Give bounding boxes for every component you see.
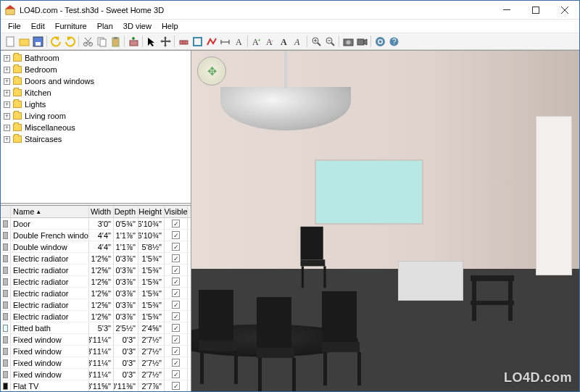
- row-visible[interactable]: [165, 357, 188, 368]
- row-visible[interactable]: [165, 346, 188, 356]
- row-visible[interactable]: [165, 241, 188, 252]
- pan-icon[interactable]: [159, 35, 172, 48]
- italic-icon[interactable]: A: [291, 35, 304, 48]
- table-row[interactable]: Fixed window3'11¼"0'3"2'7½": [1, 357, 191, 369]
- row-visible[interactable]: [165, 369, 188, 380]
- col-name-header[interactable]: Name▲: [11, 206, 89, 217]
- visibility-checkbox[interactable]: [172, 312, 180, 320]
- row-visible[interactable]: [165, 311, 188, 322]
- view-navigation-gizmo[interactable]: ✥: [197, 57, 226, 86]
- visibility-checkbox[interactable]: [172, 231, 180, 239]
- visibility-checkbox[interactable]: [172, 324, 180, 332]
- col-depth-header[interactable]: Depth: [114, 206, 138, 217]
- catalog-category-living-room[interactable]: +Living room: [4, 110, 191, 122]
- table-row[interactable]: Electric radiator1'2⅝"0'3⅞"1'5¾": [1, 311, 191, 322]
- zoom-out-icon[interactable]: [323, 35, 336, 48]
- create-video-icon[interactable]: [355, 35, 368, 48]
- visibility-checkbox[interactable]: [172, 301, 180, 309]
- table-row[interactable]: Fitted bath5'3"2'5½"2'4⅝": [1, 322, 191, 334]
- menu-help[interactable]: Help: [157, 20, 183, 32]
- catalog-category-bathroom[interactable]: +Bathroom: [4, 52, 191, 64]
- create-rooms-icon[interactable]: [191, 35, 204, 48]
- expand-icon[interactable]: +: [4, 113, 10, 120]
- create-polylines-icon[interactable]: [204, 35, 218, 48]
- visibility-checkbox[interactable]: [172, 243, 180, 251]
- help-icon[interactable]: ?: [387, 35, 400, 48]
- table-row[interactable]: Electric radiator1'2⅝"0'3⅞"1'5¾": [1, 253, 191, 264]
- save-icon[interactable]: [31, 35, 44, 48]
- furniture-catalog[interactable]: +Bathroom+Bedroom+Doors and windows+Kitc…: [1, 51, 191, 203]
- row-visible[interactable]: [165, 299, 188, 310]
- catalog-category-miscellaneous[interactable]: +Miscellaneous: [4, 122, 191, 133]
- minimize-button[interactable]: [492, 1, 521, 20]
- bold-icon[interactable]: A: [278, 35, 291, 48]
- take-photo-icon[interactable]: [341, 35, 355, 48]
- 3d-view[interactable]: ✥ LO4D.com: [191, 51, 579, 391]
- expand-icon[interactable]: +: [4, 90, 10, 96]
- maximize-button[interactable]: [521, 1, 550, 20]
- table-row[interactable]: Electric radiator1'2⅝"0'3⅞"1'5¾": [1, 264, 191, 276]
- col-icon-header[interactable]: [1, 206, 11, 217]
- table-row[interactable]: Fixed window3'11¼"0'3"2'7½": [1, 334, 191, 346]
- create-walls-icon[interactable]: [177, 35, 190, 48]
- catalog-category-kitchen[interactable]: +Kitchen: [4, 87, 191, 99]
- col-visible-header[interactable]: Visible: [165, 206, 188, 217]
- add-furniture-icon[interactable]: [127, 35, 140, 48]
- expand-icon[interactable]: +: [4, 67, 10, 73]
- col-height-header[interactable]: Height: [138, 206, 165, 217]
- paste-icon[interactable]: [109, 35, 122, 48]
- row-visible[interactable]: [165, 334, 188, 345]
- row-visible[interactable]: [165, 253, 188, 264]
- furniture-list[interactable]: Name▲ Width Depth Height Visible Door3'0…: [1, 206, 191, 391]
- menu-3d-view[interactable]: 3D view: [119, 20, 156, 32]
- col-width-header[interactable]: Width: [89, 206, 114, 217]
- open-icon[interactable]: [17, 35, 30, 48]
- catalog-category-lights[interactable]: +Lights: [4, 99, 191, 110]
- row-visible[interactable]: [165, 276, 188, 287]
- row-visible[interactable]: [165, 380, 188, 391]
- row-visible[interactable]: [165, 322, 188, 333]
- visibility-checkbox[interactable]: [172, 220, 180, 228]
- expand-icon[interactable]: +: [4, 78, 10, 85]
- visibility-checkbox[interactable]: [172, 254, 180, 262]
- catalog-category-doors-and-windows[interactable]: +Doors and windows: [4, 75, 191, 87]
- close-button[interactable]: [550, 1, 579, 20]
- copy-icon[interactable]: [95, 35, 108, 48]
- visibility-checkbox[interactable]: [172, 289, 180, 297]
- table-row[interactable]: Double window4'4"1'1⅞"5'8½": [1, 241, 191, 253]
- menu-file[interactable]: File: [4, 20, 25, 32]
- redo-icon[interactable]: [63, 35, 76, 48]
- visibility-checkbox[interactable]: [172, 347, 180, 355]
- table-row[interactable]: Door3'0"0'5¾"6'10¾": [1, 218, 191, 230]
- visibility-checkbox[interactable]: [172, 278, 180, 285]
- table-row[interactable]: Electric radiator1'2⅝"0'3⅞"1'5¾": [1, 276, 191, 288]
- table-row[interactable]: Fixed window3'11¼"0'3"2'7½": [1, 346, 191, 357]
- decrease-text-icon[interactable]: A-: [264, 35, 277, 48]
- menu-furniture[interactable]: Furniture: [51, 20, 91, 32]
- row-visible[interactable]: [165, 264, 188, 275]
- undo-icon[interactable]: [49, 35, 62, 48]
- preferences-icon[interactable]: [373, 35, 386, 48]
- visibility-checkbox[interactable]: [172, 359, 180, 367]
- visibility-checkbox[interactable]: [172, 382, 180, 390]
- select-icon[interactable]: [145, 35, 158, 48]
- table-row[interactable]: Double French window4'4"1'1⅞"6'10¾": [1, 230, 191, 241]
- expand-icon[interactable]: +: [4, 101, 10, 108]
- cut-icon[interactable]: [81, 35, 94, 48]
- expand-icon[interactable]: +: [4, 55, 10, 62]
- table-row[interactable]: Electric radiator1'2⅝"0'3⅞"1'5¾": [1, 288, 191, 299]
- expand-icon[interactable]: +: [4, 136, 10, 143]
- menu-plan[interactable]: Plan: [93, 20, 117, 32]
- create-dimensions-icon[interactable]: [218, 35, 231, 48]
- menu-edit[interactable]: Edit: [27, 20, 49, 32]
- table-row[interactable]: Electric radiator1'2⅝"0'3⅞"1'5¾": [1, 299, 191, 311]
- row-visible[interactable]: [165, 288, 188, 299]
- visibility-checkbox[interactable]: [172, 335, 180, 343]
- visibility-checkbox[interactable]: [172, 370, 180, 378]
- table-row[interactable]: Fixed window3'11¼"0'3"2'7½": [1, 369, 191, 380]
- row-visible[interactable]: [165, 218, 188, 229]
- visibility-checkbox[interactable]: [172, 266, 180, 274]
- expand-icon[interactable]: +: [4, 125, 10, 131]
- increase-text-icon[interactable]: A+: [250, 35, 263, 48]
- row-visible[interactable]: [165, 230, 188, 241]
